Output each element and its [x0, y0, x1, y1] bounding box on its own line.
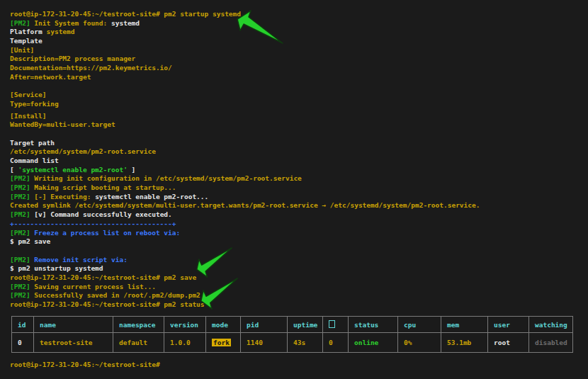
- column-header-restarts: [323, 317, 349, 333]
- console-text-segment: [PM2]: [10, 291, 34, 299]
- column-header-version: version: [164, 317, 206, 333]
- cell-restarts: 0: [323, 333, 349, 353]
- console-line: $ pm2 save: [10, 237, 480, 247]
- console-text-segment: [PM2]: [10, 19, 34, 27]
- console-text-segment: [-] Executing:: [34, 193, 95, 200]
- pm2-status-table: idnamenamespaceversionmodepiduptimestatu…: [11, 316, 573, 353]
- console-text-segment: +---------------------------------------…: [10, 220, 176, 227]
- console-text-segment: [PM2]: [10, 256, 34, 264]
- console-line: Documentation=https://pm2.keymetrics.io/: [10, 64, 480, 73]
- console-text-segment: [PM2]: [10, 174, 34, 182]
- console-line: [PM2] Writing init configuration in /etc…: [10, 174, 480, 183]
- cell-mode: fork: [206, 333, 241, 353]
- mode-badge: fork: [212, 339, 231, 346]
- cell-name: testroot-site: [34, 333, 113, 353]
- column-header-pid: pid: [241, 317, 288, 333]
- console-text-segment: Successfully saved in /root/.pm2/dump.pm…: [34, 291, 200, 299]
- console-text-segment: /etc/systemd/system/pm2-root.service: [10, 147, 156, 155]
- console-line: [PM2] Freeze a process list on reboot vi…: [10, 229, 480, 238]
- cell-watching: disabled: [529, 333, 573, 353]
- console-line: [10, 82, 480, 91]
- console-line: [Install]: [10, 112, 480, 121]
- console-text-segment: Init System found:: [34, 19, 111, 27]
- console-line: root@ip-172-31-20-45:~/testroot-site# pm…: [10, 300, 480, 310]
- cell-mem: 53.1mb: [441, 333, 488, 353]
- console-line: Template: [10, 37, 480, 46]
- column-header-name: name: [34, 317, 113, 333]
- console-text-segment: [Install]: [10, 112, 46, 120]
- console-text-segment: After=network.target: [10, 73, 91, 81]
- cell-uptime: 43s: [288, 333, 323, 353]
- cell-cpu: 0%: [398, 333, 441, 353]
- console-text-segment: Created symlink /etc/systemd/system/mult…: [10, 201, 480, 209]
- console-text-segment: Saving current process list...: [34, 283, 156, 290]
- console-text-segment: Description=PM2 process manager: [10, 55, 135, 62]
- console-text-segment: Template: [10, 37, 43, 45]
- console-line: WantedBy=multi-user.target: [10, 120, 480, 130]
- console-text-segment: systemctl enable pm2-root...: [95, 193, 208, 200]
- restart-counter-icon: [329, 320, 335, 328]
- console-text-segment: Type=forking: [10, 100, 59, 108]
- console-line: [PM2] Saving current process list...: [10, 283, 480, 292]
- column-header-uptime: uptime: [288, 317, 323, 333]
- console-text-segment: systemd: [111, 19, 140, 27]
- console-text-segment: [v] Command successfully executed.: [34, 210, 171, 218]
- console-line: Type=forking: [10, 100, 480, 109]
- console-line: Target path: [10, 139, 480, 148]
- console-text-segment: Remove init script via:: [34, 256, 128, 264]
- console-line: [PM2] [-] Executing: systemctl enable pm…: [10, 193, 480, 202]
- console-text-segment: systemd: [46, 28, 74, 35]
- console-line: /etc/systemd/system/pm2-root.service: [10, 147, 480, 157]
- table-header-row: idnamenamespaceversionmodepiduptimestatu…: [12, 317, 573, 333]
- console-text-segment: $ pm2 save: [10, 237, 50, 245]
- column-header-watching: watching: [529, 317, 573, 333]
- cell-user: root: [488, 333, 529, 353]
- console-text-segment: WantedBy=multi-user.target: [10, 120, 115, 128]
- column-header-namespace: namespace: [113, 317, 164, 333]
- console-text-segment: Command list: [10, 157, 59, 164]
- console-line: [10, 130, 480, 139]
- console-line: +---------------------------------------…: [10, 220, 480, 229]
- console-line: Created symlink /etc/systemd/system/mult…: [10, 201, 480, 210]
- console-text-segment: [: [10, 166, 18, 174]
- console-text-segment: Writing init configuration in /etc/syste…: [34, 174, 302, 182]
- console-line: Command list: [10, 157, 480, 166]
- console-text-segment: Documentation=https://pm2.keymetrics.io/: [10, 64, 172, 72]
- console-output: root@ip-172-31-20-45:~/testroot-site# pm…: [10, 10, 480, 310]
- cell-namespace: default: [113, 333, 164, 353]
- console-text-segment: Platform: [10, 28, 46, 35]
- table-row: 0testroot-sitedefault1.0.0fork114043s0on…: [12, 333, 573, 353]
- console-text-segment: [PM2]: [10, 283, 34, 290]
- console-line: Description=PM2 process manager: [10, 55, 480, 64]
- cell-version: 1.0.0: [164, 333, 206, 353]
- shell-prompt-line[interactable]: root@ip-172-31-20-45:~/testroot-site#: [10, 361, 160, 370]
- console-line: $ pm2 unstartup systemd: [10, 264, 480, 273]
- console-text-segment: Making script booting at startup...: [34, 183, 176, 191]
- column-header-mem: mem: [441, 317, 488, 333]
- console-line: root@ip-172-31-20-45:~/testroot-site# pm…: [10, 273, 480, 283]
- console-line: [PM2] Remove init script via:: [10, 256, 480, 265]
- console-line: [Service]: [10, 91, 480, 100]
- console-text-segment: root@ip-172-31-20-45:~/testroot-site# pm…: [10, 10, 241, 18]
- column-header-mode: mode: [206, 317, 241, 333]
- console-line: [ 'systemctl enable pm2-root' ]: [10, 166, 480, 175]
- console-text-segment: 'systemctl enable pm2-root': [18, 166, 127, 174]
- console-text-segment: root@ip-172-31-20-45:~/testroot-site# pm…: [10, 300, 205, 308]
- console-line: [PM2] [v] Command successfully executed.: [10, 210, 480, 220]
- console-text-segment: $ pm2 unstartup systemd: [10, 264, 103, 272]
- console-text-segment: Freeze a process list on reboot via:: [34, 229, 180, 237]
- terminal-window: { "palette": { "background": "#1b1b1b", …: [0, 0, 588, 379]
- console-text-segment: [PM2]: [10, 183, 34, 191]
- console-line: [Unit]: [10, 46, 480, 55]
- console-text-segment: Target path: [10, 139, 55, 147]
- shell-prompt: root@ip-172-31-20-45:~/testroot-site#: [10, 361, 160, 368]
- console-line: [PM2] Successfully saved in /root/.pm2/d…: [10, 291, 480, 300]
- console-text-segment: [PM2]: [10, 229, 34, 237]
- console-line: [PM2] Init System found: systemd: [10, 19, 480, 28]
- console-text-segment: [PM2]: [10, 210, 34, 218]
- console-text-segment: [Service]: [10, 91, 46, 98]
- console-text-segment: root@ip-172-31-20-45:~/testroot-site# pm…: [10, 273, 196, 281]
- column-header-status: status: [349, 317, 398, 333]
- console-line: Platform systemd: [10, 28, 480, 37]
- console-text-segment: [PM2]: [10, 193, 34, 200]
